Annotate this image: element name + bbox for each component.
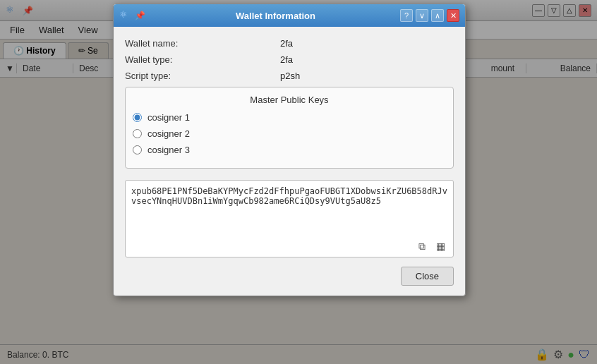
cosigner2-label: cosigner 2 [147, 128, 190, 139]
app-window: ⚛ 📌 — ▽ △ ✕ File Wallet View 🕐 History ✏… [0, 0, 597, 364]
modal-overlay: ⚛ 📌 Wallet Information ? ∨ ∧ ✕ Wallet na… [0, 0, 597, 364]
wallet-name-row: Wallet name: 2fa [125, 38, 454, 49]
modal-help-button[interactable]: ? [400, 9, 413, 22]
qr-code-button[interactable]: ▦ [433, 238, 448, 254]
script-type-value: p2sh [280, 71, 300, 81]
wallet-info-modal: ⚛ 📌 Wallet Information ? ∨ ∧ ✕ Wallet na… [113, 4, 466, 296]
modal-pin-icon: 📌 [135, 11, 145, 20]
modal-body: Wallet name: 2fa Wallet type: 2fa Script… [114, 27, 465, 180]
modal-titlebar: ⚛ 📌 Wallet Information ? ∨ ∧ ✕ [114, 4, 465, 27]
cosigner1-label: cosigner 1 [147, 112, 190, 123]
modal-controls: ? ∨ ∧ ✕ [400, 9, 459, 22]
key-action-icons: ⧉ ▦ [414, 238, 448, 254]
modal-maximize-button[interactable]: ∧ [431, 9, 444, 22]
wallet-name-label: Wallet name: [125, 38, 280, 49]
mpk-title: Master Public Keys [133, 95, 446, 105]
wallet-type-row: Wallet type: 2fa [125, 54, 454, 65]
cosigner2-radio[interactable] [133, 129, 142, 138]
wallet-type-label: Wallet type: [125, 54, 280, 65]
wallet-type-value: 2fa [280, 54, 293, 65]
copy-icon: ⧉ [418, 241, 426, 253]
cosigner3-label: cosigner 3 [147, 145, 190, 155]
cosigner2-option[interactable]: cosigner 2 [133, 128, 446, 139]
mpk-section: Master Public Keys cosigner 1 cosigner 2… [125, 87, 454, 169]
cosigner3-radio[interactable] [133, 145, 142, 154]
modal-app-icon: ⚛ [119, 9, 132, 22]
key-area: ⧉ ▦ [125, 180, 454, 260]
modal-title: Wallet Information [151, 11, 400, 21]
script-type-label: Script type: [125, 71, 280, 81]
modal-minimize-button[interactable]: ∨ [416, 9, 428, 22]
modal-footer: Close [114, 260, 465, 296]
script-type-row: Script type: p2sh [125, 71, 454, 81]
wallet-name-value: 2fa [280, 38, 293, 49]
cosigner1-radio[interactable] [133, 113, 142, 122]
cosigner1-option[interactable]: cosigner 1 [133, 112, 446, 123]
modal-close-x-button[interactable]: ✕ [447, 9, 459, 22]
qr-icon: ▦ [436, 241, 445, 252]
cosigner3-option[interactable]: cosigner 3 [133, 145, 446, 155]
public-key-textarea[interactable] [125, 180, 454, 257]
copy-key-button[interactable]: ⧉ [414, 238, 430, 254]
close-button[interactable]: Close [401, 267, 454, 286]
